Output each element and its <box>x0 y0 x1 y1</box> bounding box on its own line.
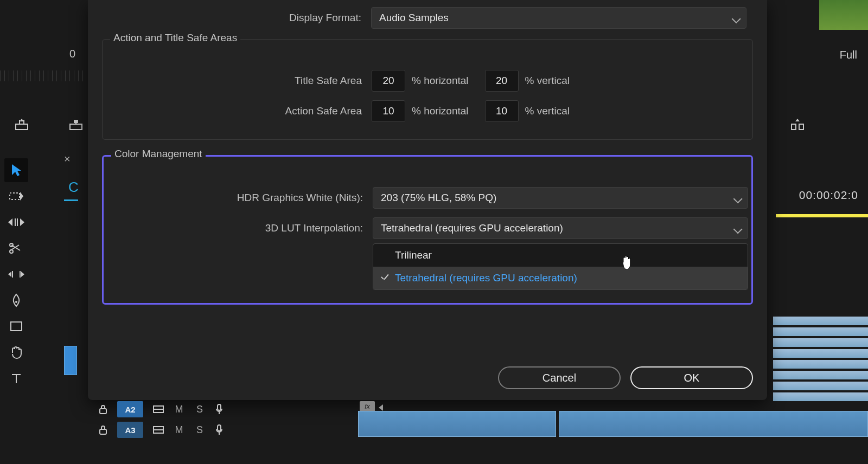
pct-horizontal-label: % horizontal <box>412 75 469 87</box>
track-row-a3: A3 M S <box>99 420 224 440</box>
svg-rect-10 <box>100 409 106 414</box>
mute-toggle[interactable]: M <box>174 424 184 436</box>
display-format-label: Display Format: <box>88 12 371 24</box>
audio-clip[interactable] <box>358 411 556 437</box>
program-monitor-thumb <box>819 0 868 30</box>
safe-areas-legend: Action and Title Safe Areas <box>110 32 240 44</box>
panel-tab-letter[interactable]: C <box>68 179 79 196</box>
resolution-label[interactable]: Full <box>840 49 857 61</box>
mute-toggle[interactable]: M <box>174 404 184 415</box>
svg-rect-3 <box>792 124 796 130</box>
timeline-ruler <box>0 70 87 81</box>
solo-toggle[interactable]: S <box>194 424 205 436</box>
svg-rect-15 <box>218 425 221 431</box>
lut-interpolation-dropdown[interactable]: Tetrahedral (requires GPU acceleration) <box>373 217 748 239</box>
voiceover-mic-icon[interactable] <box>215 424 224 435</box>
svg-point-6 <box>10 250 13 253</box>
color-management-legend: Color Management <box>111 148 206 160</box>
title-safe-v-input[interactable]: 20 <box>485 70 519 92</box>
hand-tool[interactable] <box>4 340 28 364</box>
action-safe-h-input[interactable]: 10 <box>372 100 405 122</box>
lut-interpolation-options: Trilinear Tetrahedral (requires GPU acce… <box>373 243 748 290</box>
sequence-settings-dialog: Display Format: Audio Samples Action and… <box>88 0 767 400</box>
pct-vertical-label: % vertical <box>525 75 570 87</box>
sync-lock-icon[interactable] <box>153 426 164 434</box>
voiceover-mic-icon[interactable] <box>215 404 224 415</box>
rectangle-tool[interactable] <box>4 314 28 338</box>
svg-rect-5 <box>10 193 20 199</box>
pen-tool[interactable] <box>4 288 28 312</box>
sync-lock-icon[interactable] <box>153 405 164 414</box>
type-tool[interactable] <box>4 366 28 390</box>
svg-point-8 <box>15 301 17 303</box>
pct-vertical-label-2: % vertical <box>525 105 570 117</box>
ruler-zero: 0 <box>69 48 75 60</box>
title-safe-label: Title Safe Area <box>103 75 372 87</box>
tool-palette <box>0 108 33 392</box>
color-management-group: Color Management HDR Graphics White (Nit… <box>102 155 753 305</box>
ripple-edit-tool[interactable] <box>4 210 28 234</box>
lut-interpolation-label: 3D LUT Interpolation: <box>104 222 373 234</box>
lock-icon[interactable] <box>99 425 107 435</box>
keyframe-marker-icon[interactable] <box>379 404 383 411</box>
lut-option-tetrahedral[interactable]: Tetrahedral (requires GPU acceleration) <box>373 267 748 289</box>
timeline-clip-stub[interactable] <box>64 346 77 375</box>
svg-rect-4 <box>799 124 803 130</box>
svg-rect-13 <box>100 429 106 434</box>
slip-tool[interactable] <box>4 262 28 286</box>
check-icon <box>380 273 390 283</box>
audio-clip[interactable] <box>559 411 868 437</box>
action-safe-v-input[interactable]: 10 <box>485 100 519 122</box>
safe-areas-group: Action and Title Safe Areas Title Safe A… <box>102 39 753 140</box>
extract-icon[interactable] <box>786 113 809 137</box>
ok-button[interactable]: OK <box>630 366 753 389</box>
timecode-readout: 00:00:02:0 <box>799 189 858 202</box>
overwrite-icon[interactable] <box>64 113 88 137</box>
track-target-a2[interactable]: A2 <box>117 401 143 417</box>
track-target-a3[interactable]: A3 <box>117 422 143 438</box>
track-select-tool[interactable] <box>4 184 28 208</box>
hdr-white-dropdown[interactable]: 203 (75% HLG, 58% PQ) <box>373 187 748 209</box>
lut-option-trilinear[interactable]: Trilinear <box>373 244 748 267</box>
cancel-button[interactable]: Cancel <box>498 366 621 389</box>
pct-horizontal-label-2: % horizontal <box>412 105 469 117</box>
svg-rect-12 <box>218 404 221 410</box>
svg-rect-9 <box>11 322 22 331</box>
solo-toggle[interactable]: S <box>194 404 205 415</box>
hdr-white-label: HDR Graphics White (Nits): <box>104 192 373 204</box>
panel-close-icon[interactable]: × <box>64 153 71 165</box>
display-format-dropdown[interactable]: Audio Samples <box>371 7 746 29</box>
hdr-white-value: 203 (75% HLG, 58% PQ) <box>381 192 496 204</box>
timeline-track-headers: A2 M S A3 M S <box>99 399 224 440</box>
title-safe-h-input[interactable]: 20 <box>372 70 405 92</box>
svg-rect-1 <box>70 124 82 130</box>
audio-waveform-preview <box>773 317 868 409</box>
track-row-a2: A2 M S <box>99 399 224 420</box>
work-area-bar[interactable] <box>776 214 868 217</box>
selection-tool[interactable] <box>4 158 28 182</box>
panel-tab-underline <box>64 199 78 201</box>
lock-icon[interactable] <box>99 404 107 414</box>
display-format-value: Audio Samples <box>379 12 449 24</box>
lut-interpolation-value: Tetrahedral (requires GPU acceleration) <box>381 222 563 234</box>
razor-tool[interactable] <box>4 236 28 260</box>
action-safe-label: Action Safe Area <box>103 105 372 117</box>
fx-badge[interactable]: fx <box>360 401 375 412</box>
